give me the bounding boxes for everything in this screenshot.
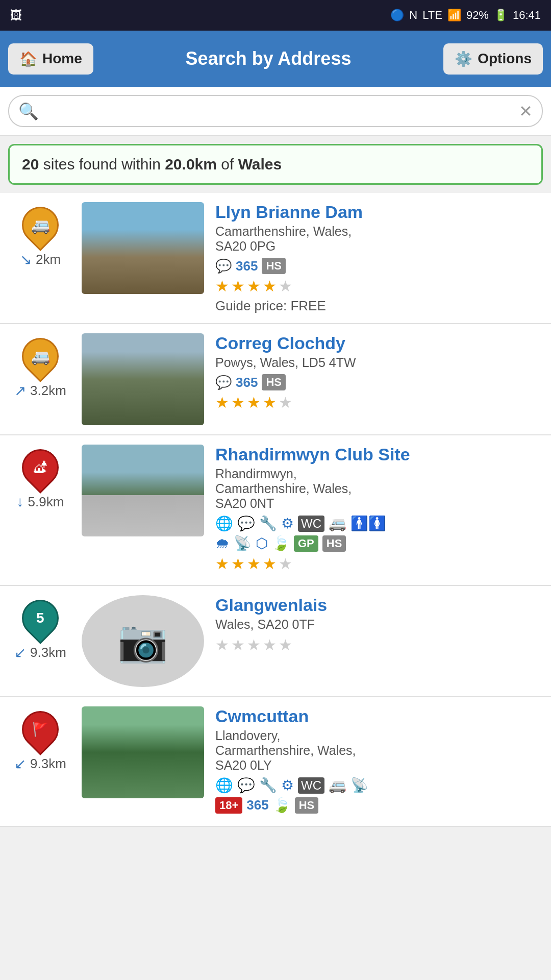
site-thumbnail-2[interactable] [82, 333, 204, 425]
distance-row-1: ↘ 2km [20, 251, 61, 268]
star-1-1: ★ [215, 277, 229, 295]
distance-3: 5.9km [28, 494, 64, 510]
site-info-3: Rhandirmwyn Club Site Rhandirmwyn,Camart… [212, 445, 544, 576]
site-no-photo-4[interactable]: 📷 [82, 595, 204, 687]
results-text-1: sites found within [43, 156, 165, 173]
home-button[interactable]: 🏠 Home [8, 43, 93, 75]
badge-hs-2: HS [262, 374, 286, 390]
guide-price-1: Guide price: FREE [215, 298, 544, 314]
distance-row-4: ↙ 9.3km [14, 644, 66, 661]
amenity-wc: WC [298, 516, 324, 532]
site-thumbnail-1[interactable] [82, 202, 204, 294]
distance-1: 2km [36, 252, 61, 267]
site-pin-area-5: 🚩 ↙ 9.3km [7, 706, 73, 772]
options-button[interactable]: ⚙️ Options [443, 43, 543, 75]
pin-icon-3: 🏕 [34, 460, 47, 476]
distance-row-5: ↙ 9.3km [14, 755, 66, 772]
bluetooth-icon: 🔵 [390, 9, 404, 22]
star-4-5: ★ [279, 636, 292, 654]
list-item[interactable]: 🚐 ↘ 2km Llyn Brianne Dam Camarthenshire,… [0, 193, 551, 324]
amenity-caravan-5: 🚐 [329, 777, 346, 794]
stars-3: ★ ★ ★ ★ ★ [215, 555, 544, 573]
amenity-leaf-5: 🍃 [273, 797, 291, 814]
amenity-gear-5: ⚙ [281, 777, 294, 794]
star-3-2: ★ [231, 555, 245, 573]
site-address-5: Llandovery,Carmarthenshire, Wales,SA20 0… [215, 728, 544, 773]
badge-hs-1: HS [262, 258, 286, 274]
battery-icon: 🔋 [494, 9, 508, 22]
pin-icon-2: 🚐 [31, 348, 50, 365]
options-label: Options [478, 51, 532, 67]
home-icon: 🏠 [19, 51, 37, 67]
search-input[interactable]: Wales [46, 101, 512, 121]
site-name-4[interactable]: Glangwenlais [215, 595, 544, 615]
stars-4: ★ ★ ★ ★ ★ [215, 636, 544, 654]
list-item[interactable]: 🚐 ↗ 3.2km Correg Clochdy Powys, Wales, L… [0, 324, 551, 435]
list-item[interactable]: 🏕 ↓ 5.9km Rhandirmwyn Club Site Rhandirm… [0, 435, 551, 586]
results-location: Wales [238, 156, 282, 173]
gear-icon: ⚙️ [455, 51, 472, 67]
site-address-2: Powys, Wales, LD5 4TW [215, 355, 544, 370]
star-3-3: ★ [247, 555, 261, 573]
site-name-2[interactable]: Correg Clochdy [215, 333, 544, 353]
site-thumbnail-3[interactable] [82, 445, 204, 536]
badge-row-1: 💬 365 HS [215, 258, 544, 274]
results-radius: 20.0km [165, 156, 217, 173]
pin-icon-1: 🚐 [31, 216, 50, 234]
amenity-rain: 🌧 [215, 535, 230, 552]
site-list: 🚐 ↘ 2km Llyn Brianne Dam Camarthenshire,… [0, 193, 551, 827]
site-thumbnail-5[interactable] [82, 706, 204, 798]
search-icon: 🔍 [18, 102, 39, 121]
star-4-4: ★ [263, 636, 277, 654]
distance-4: 9.3km [30, 645, 66, 660]
search-bar: 🔍 Wales ✕ [8, 95, 543, 127]
pin-icon-4: 5 [36, 610, 44, 626]
star-3-5: ★ [279, 555, 292, 573]
site-name-5[interactable]: Cwmcuttan [215, 706, 544, 726]
distance-2: 3.2km [30, 383, 66, 399]
amenity-row-5: 🌐 💬 🔧 ⚙ WC 🚐 📡 [215, 777, 544, 794]
status-bar-right: 🔵 N LTE 📶 92% 🔋 16:41 [390, 9, 541, 22]
direction-arrow-3: ↓ [17, 494, 24, 510]
clear-icon[interactable]: ✕ [519, 102, 533, 121]
distance-5: 9.3km [30, 756, 66, 772]
site-pin-area-4: 5 ↙ 9.3km [7, 595, 73, 661]
star-1-4: ★ [263, 277, 277, 295]
wifi-icon: 📶 [447, 9, 461, 22]
amenity-wifi-5: 📡 [350, 777, 368, 794]
page-title: Search by Address [186, 48, 352, 69]
amenity-globe-5: 🌐 [215, 777, 233, 794]
list-item[interactable]: 5 ↙ 9.3km 📷 Glangwenlais Wales, SA20 0TF… [0, 586, 551, 697]
site-info-2: Correg Clochdy Powys, Wales, LD5 4TW 💬 3… [212, 333, 544, 414]
site-name-3[interactable]: Rhandirmwyn Club Site [215, 445, 544, 464]
site-name-1[interactable]: Llyn Brianne Dam [215, 202, 544, 222]
site-info-5: Cwmcuttan Llandovery,Carmarthenshire, Wa… [212, 706, 544, 817]
distance-row-2: ↗ 3.2km [14, 382, 66, 399]
site-pin-area: 🚐 ↘ 2km [7, 202, 73, 268]
stars-2: ★ ★ ★ ★ ★ [215, 394, 544, 411]
star-4-2: ★ [231, 636, 245, 654]
map-pin-1: 🚐 [20, 202, 61, 248]
amenity-toilet: 🚹🚺 [350, 515, 386, 532]
map-pin-2: 🚐 [20, 333, 61, 379]
star-1-2: ★ [231, 277, 245, 295]
amenity-leaf: 🍃 [272, 535, 290, 552]
amenity-globe: 🌐 [215, 515, 233, 532]
star-2-1: ★ [215, 394, 229, 411]
star-1-3: ★ [247, 277, 261, 295]
badge-row-2: 💬 365 HS [215, 374, 544, 390]
map-pin-4: 5 [20, 595, 61, 641]
star-3-1: ★ [215, 555, 229, 573]
clock: 16:41 [513, 9, 541, 22]
amenity-chat: 💬 [237, 515, 255, 532]
site-address-4: Wales, SA20 0TF [215, 617, 544, 632]
results-summary: 20 sites found within 20.0km of Wales [8, 144, 543, 185]
star-3-4: ★ [263, 555, 277, 573]
site-info-4: Glangwenlais Wales, SA20 0TF ★ ★ ★ ★ ★ [212, 595, 544, 657]
site-info-1: Llyn Brianne Dam Camarthenshire, Wales,S… [212, 202, 544, 314]
map-pin-5: 🚩 [20, 706, 61, 752]
star-2-2: ★ [231, 394, 245, 411]
list-item[interactable]: 🚩 ↙ 9.3km Cwmcuttan Llandovery,Carmarthe… [0, 697, 551, 827]
badge-hs-3: HS [322, 535, 346, 552]
map-pin-3: 🏕 [20, 445, 61, 491]
